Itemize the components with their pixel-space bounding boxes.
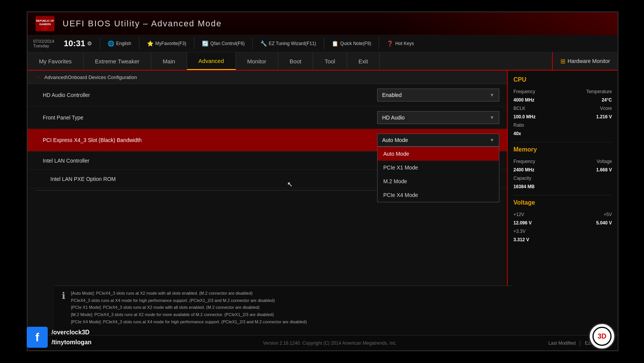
tab-extreme-tweaker[interactable]: Extreme Tweaker	[84, 52, 151, 70]
footer: Version 2.16.1240. Copyright (C) 2014 Am…	[27, 335, 618, 350]
tab-my-favorites[interactable]: My Favorites	[27, 52, 84, 70]
breadcrumb-text: Advanced\Onboard Devices Configuration	[44, 74, 137, 80]
tab-monitor[interactable]: Monitor	[236, 52, 278, 70]
qfan-button[interactable]: 🔄 Qfan Control(F6)	[202, 40, 245, 47]
settings-list: HD Audio Controller Enabled ▼ Front Pane…	[27, 84, 507, 190]
tab-exit[interactable]: Exit	[347, 52, 380, 70]
intel-pxe-label: Intel LAN PXE Option ROM	[35, 176, 377, 182]
header-title: UEFI BIOS Utility – Advanced Mode	[63, 19, 610, 29]
favorite-icon: ⭐	[147, 40, 153, 47]
voltage-12v-value-row: 12.096 V 5.040 V	[513, 220, 612, 226]
my-favorite-button[interactable]: ⭐ MyFavorite(F3)	[147, 40, 186, 47]
ez-tuning-button[interactable]: 🔧 EZ Tuning Wizard(F11)	[260, 40, 316, 47]
cpu-vcore-label: Vcore	[600, 106, 612, 111]
hot-keys-button[interactable]: ❓ Hot Keys	[387, 40, 414, 47]
toolbar-separator-5	[324, 38, 324, 49]
qfan-icon: 🔄	[202, 40, 208, 47]
dropdown-option-pcie-x4[interactable]: PCIe X4 Mode	[378, 188, 499, 202]
date-text: 07/22/2014	[33, 39, 54, 44]
toolbar-separator-3	[194, 38, 194, 49]
pci-express-arrow-icon: ▼	[490, 137, 494, 143]
dropdown-option-auto-mode[interactable]: Auto Mode	[378, 147, 499, 161]
memory-section-title: Memory	[513, 146, 612, 155]
front-panel-dropdown[interactable]: HD Audio ▼	[377, 111, 499, 124]
hd-audio-label: HD Audio Controller	[35, 92, 377, 98]
social-handle-2: /tinytomlogan	[52, 337, 92, 347]
globe-icon: 🌐	[108, 40, 114, 47]
setting-hd-audio: HD Audio Controller Enabled ▼	[27, 84, 507, 106]
toolbar-separator-6	[379, 38, 379, 49]
breadcrumb-back-icon[interactable]: ←	[35, 74, 41, 81]
hw-monitor-panel: CPU Frequency Temperature 4000 MHz 24°C …	[507, 71, 618, 337]
mem-voltage-value: 1.668 V	[596, 167, 612, 173]
pci-express-control: Auto Mode ▼ Auto Mode PCIe X1 Mode	[377, 134, 499, 147]
qfan-label: Qfan Control(F6)	[210, 41, 245, 46]
toolbar: 07/22/2014 Tuesday 10:31 ⚙ 🌐 English ⭐ M…	[27, 35, 618, 52]
cpu-section-title: CPU	[513, 76, 612, 85]
mem-frequency-label-row: Frequency Voltage	[513, 159, 612, 164]
social-handles: /overclock3D /tinytomlogan	[52, 328, 92, 347]
logo-area: REPUBLIC OF GAMERS	[35, 16, 55, 32]
content-wrapper: ← Advanced\Onboard Devices Configuration…	[27, 71, 618, 337]
ez-tuning-label: EZ Tuning Wizard(F11)	[269, 41, 316, 46]
cpu-ratio-value-row: 40x	[513, 131, 612, 136]
mem-voltage-label: Voltage	[597, 159, 612, 164]
voltage-33v-label: +3.3V	[513, 229, 526, 234]
dropdown-option-pcie-x1[interactable]: PCIe X1 Mode	[378, 161, 499, 174]
info-line-5: [PCIe X4 Mode]: PCIeX4_3 slots runs at X…	[71, 318, 307, 326]
hd-audio-value: Enabled	[382, 92, 402, 98]
pci-express-menu: Auto Mode PCIe X1 Mode M.2 Mode PCIe X4 …	[377, 147, 499, 202]
cpu-frequency-label: Frequency	[513, 89, 535, 94]
voltage-section: Voltage +12V +5V 12.096 V 5.040 V +3.3V …	[513, 199, 612, 242]
voltage-5v-value: 5.040 V	[596, 220, 612, 226]
last-modified-button[interactable]: Last Modified	[548, 340, 575, 346]
cpu-bclk-value: 100.0 MHz	[513, 114, 536, 119]
settings-gear-icon[interactable]: ⚙	[87, 40, 92, 47]
note-icon: 📋	[332, 40, 338, 47]
hd-audio-dropdown[interactable]: Enabled ▼	[377, 89, 499, 102]
quick-note-label: Quick Note(F9)	[340, 41, 371, 46]
cpu-ratio-label: Ratio	[513, 123, 524, 128]
info-line-1: [Auto Mode]: PCIeX4_3 slots runs at X2 m…	[71, 290, 307, 297]
datetime-display: 07/22/2014 Tuesday	[33, 39, 54, 48]
cpu-temperature-value: 24°C	[602, 97, 612, 103]
quick-note-button[interactable]: 📋 Quick Note(F9)	[332, 40, 371, 47]
tab-main[interactable]: Main	[151, 52, 187, 70]
intel-lan-label: Intel LAN Controller	[35, 158, 377, 164]
cpu-bclk-label: BCLK	[513, 106, 525, 111]
social-handle-1: /overclock3D	[52, 328, 92, 337]
tuning-icon: 🔧	[260, 40, 267, 47]
toolbar-separator-2	[139, 38, 139, 49]
language-button[interactable]: 🌐 English	[108, 40, 131, 47]
front-panel-control: HD Audio ▼	[377, 111, 499, 124]
dropdown-option-m2[interactable]: M.2 Mode	[378, 174, 499, 188]
info-text-block: [Auto Mode]: PCIeX4_3 slots runs at X2 m…	[71, 290, 307, 325]
hd-audio-arrow-icon: ▼	[490, 92, 494, 98]
setting-pci-express: PCI Express X4_3 Slot (Black) Bandwidth …	[27, 129, 507, 152]
mem-capacity-value: 16384 MB	[513, 184, 534, 189]
day-text: Tuesday	[33, 44, 54, 48]
mem-capacity-label-row: Capacity	[513, 176, 612, 181]
voltage-12v-label: +12V	[513, 212, 524, 217]
tab-advanced[interactable]: Advanced	[187, 52, 236, 70]
pci-express-dropdown[interactable]: Auto Mode ▼	[377, 134, 499, 147]
setting-front-panel: Front Panel Type HD Audio ▼	[27, 106, 507, 129]
mem-frequency-label: Frequency	[513, 159, 535, 164]
tab-boot[interactable]: Boot	[278, 52, 313, 70]
hw-divider-2	[513, 195, 612, 195]
cpu-frequency-value-row: 4000 MHz 24°C	[513, 97, 612, 103]
hw-monitor-tab[interactable]: ⊞ Hardware Monitor	[552, 52, 618, 70]
mem-frequency-value: 2400 MHz	[513, 167, 534, 173]
time-display: 10:31 ⚙	[64, 39, 92, 48]
cpu-ratio-label-row: Ratio	[513, 123, 612, 128]
cpu-temperature-label: Temperature	[586, 89, 612, 94]
cpu-section: CPU Frequency Temperature 4000 MHz 24°C …	[513, 76, 612, 136]
rog-logo-icon: REPUBLIC OF GAMERS	[35, 16, 55, 32]
tab-tool[interactable]: Tool	[313, 52, 347, 70]
logo-watermark: 3D	[589, 323, 615, 350]
hot-keys-label: Hot Keys	[395, 41, 414, 46]
pci-express-value: Auto Mode	[382, 137, 408, 143]
footer-separator: |	[579, 340, 581, 347]
front-panel-arrow-icon: ▼	[490, 115, 494, 120]
language-label: English	[116, 41, 131, 46]
